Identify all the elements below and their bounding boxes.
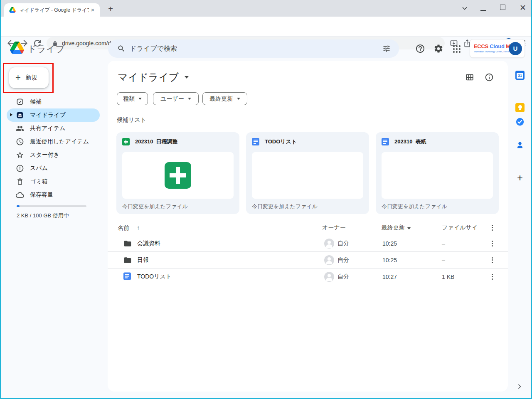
drive-profile-avatar[interactable]: U [509,42,522,55]
suggestion-card[interactable]: TODOリスト 今日変更を加えたファイル [246,132,369,214]
modified-time: 10:27 [382,273,397,280]
window-minimize-button[interactable] [480,10,486,11]
sidebar-item-shared[interactable]: 共有アイテム [7,122,100,135]
page-title[interactable]: マイドライブ [118,71,179,84]
get-add-ons-icon[interactable]: + [515,172,525,184]
file-size: – [442,240,445,247]
docs-file-icon [382,138,389,145]
trash-icon [16,177,24,186]
sidebar-item-my-drive[interactable]: マイドライブ [7,108,100,122]
storage-progress-fill [17,205,20,207]
more-options-icon[interactable] [488,256,496,264]
suggestion-card[interactable]: 202310_表紙 今日変更を加えたファイル [376,132,499,214]
sidebar-item-storage[interactable]: 保存容量 [7,188,100,202]
docs-file-icon [123,272,131,281]
sidebar-item-starred[interactable]: スター付き [7,148,100,162]
column-header-size[interactable]: ファイルサイ [442,224,478,232]
file-row[interactable]: 日報 自分 10:25 – [108,252,508,268]
sheets-file-icon [165,162,191,189]
account-badge-subtitle: Information Technology Center, The Unive… [474,50,510,53]
modified-time: 10:25 [382,240,397,247]
column-header-name[interactable]: 名前 ↑ [118,224,140,232]
grid-view-icon[interactable] [465,73,474,82]
file-size: 1 KB [442,273,454,280]
file-thumbnail [122,152,234,199]
sort-ascending-icon: ↑ [137,224,140,231]
keep-icon[interactable] [515,103,525,112]
docs-file-icon [252,138,259,145]
my-drive-icon [16,111,24,119]
file-row[interactable]: 会議資料 自分 10:25 – [108,235,508,252]
chevron-down-icon [237,98,240,100]
file-thumbnail [382,152,493,199]
account-badge[interactable]: ECCS Cloud Mail Information Technology C… [470,39,525,58]
spam-warning-icon [16,164,24,172]
tab-search-chevron-icon[interactable] [461,4,469,12]
suggestions-label: 候補リスト [117,116,146,124]
file-name: 日報 [137,256,149,264]
clock-icon [16,138,24,146]
search-input[interactable] [130,39,362,58]
contacts-icon[interactable] [515,140,525,150]
app-name: ドライブ [27,43,65,55]
owner-name: 自分 [337,256,349,264]
filter-chip-user[interactable]: ユーザー [153,92,199,105]
help-icon[interactable] [415,44,425,54]
sheets-file-icon [122,138,130,145]
chevron-down-icon[interactable] [185,76,189,79]
show-side-panel-chevron-icon[interactable] [515,382,524,391]
page-title-row[interactable]: マイドライブ [118,71,189,84]
more-options-icon[interactable] [488,239,496,248]
owner-avatar [324,255,334,265]
browser-toolbar: drive.google.com/drive/my-drive U [0,17,532,37]
file-table-header: 名前 ↑ オーナー 最終更新 ファイルサイ [108,220,508,235]
drive-logo-icon[interactable] [10,42,24,54]
window-maximize-button[interactable] [500,5,505,10]
tab-close-icon[interactable]: × [89,6,96,14]
tasks-icon[interactable] [515,117,525,126]
main-content: マイドライブ 種類 ユーザー 最終更新 候補リスト 202310_日程調整 今日… [108,61,508,392]
column-header-modified[interactable]: 最終更新 [382,224,411,232]
file-size: – [442,257,445,264]
more-options-icon[interactable] [488,224,496,232]
storage-usage-text: 2 KB / 100 GB 使用中 [17,212,69,219]
owner-avatar [324,272,334,282]
owner-avatar [324,239,334,249]
sidebar-item-spam[interactable]: スパム [7,162,100,175]
column-header-owner[interactable]: オーナー [322,224,346,232]
file-row[interactable]: TODOリスト 自分 10:27 1 KB [108,268,508,285]
filter-chip-modified[interactable]: 最終更新 [202,92,247,105]
window-close-button[interactable]: ✕ [518,3,528,12]
sidebar-item-suggested[interactable]: 候補 [7,95,100,108]
people-icon [16,124,24,133]
capture-frame-left [0,0,1,399]
file-thumbnail [252,152,363,199]
settings-gear-icon[interactable] [433,44,443,54]
filter-chip-type[interactable]: 種類 [117,92,148,105]
owner-name: 自分 [337,273,349,281]
modified-time: 10:25 [382,257,397,264]
sidebar-item-recent[interactable]: 最近使用したアイテム [7,135,100,148]
search-options-icon[interactable] [382,44,391,53]
browser-tab[interactable]: マイドライブ - Google ドライブ × [4,3,100,17]
annotation-highlight-rectangle [3,63,54,93]
tab-title: マイドライブ - Google ドライブ [19,7,89,14]
folder-icon [123,256,132,264]
folder-icon [123,239,132,248]
expand-arrow-icon[interactable] [10,113,12,116]
browser-titlebar: マイドライブ - Google ドライブ × + ✕ [0,0,532,17]
google-apps-icon[interactable] [453,45,461,53]
suggestion-card[interactable]: 202310_日程調整 今日変更を加えたファイル [116,132,239,214]
info-icon[interactable] [485,73,494,82]
new-tab-button[interactable]: + [106,4,116,14]
calendar-icon[interactable]: 31 [515,71,525,80]
approved-check-icon [16,98,24,106]
search-bar[interactable] [108,39,399,58]
star-icon [16,151,24,159]
more-options-icon[interactable] [488,273,496,281]
search-icon[interactable] [117,44,126,53]
file-name: 会議資料 [137,240,160,247]
sort-descending-icon [407,227,411,229]
file-name: TODOリスト [137,273,172,281]
sidebar-item-trash[interactable]: ゴミ箱 [7,175,100,188]
